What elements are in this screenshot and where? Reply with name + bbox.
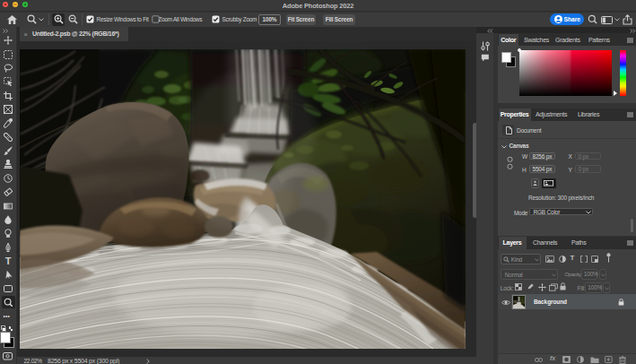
svg-text:T: T [5,256,12,266]
